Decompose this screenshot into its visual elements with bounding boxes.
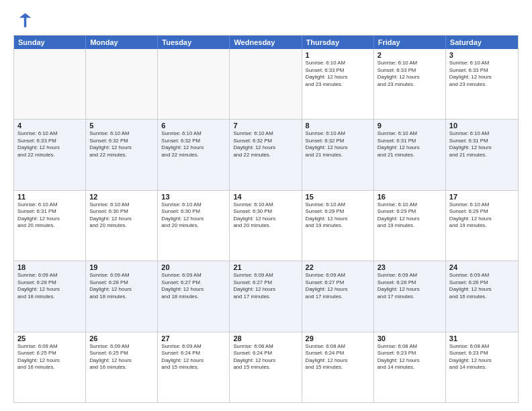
calendar-cell-4-5: 22Sunrise: 6:09 AM Sunset: 6:27 PM Dayli… <box>302 261 374 331</box>
day-number: 6 <box>161 122 226 130</box>
calendar-cell-5-5: 29Sunrise: 6:08 AM Sunset: 6:24 PM Dayli… <box>302 332 374 402</box>
day-number: 1 <box>306 51 370 59</box>
svg-marker-0 <box>19 13 32 28</box>
calendar-header: SundayMondayTuesdayWednesdayThursdayFrid… <box>14 36 518 49</box>
day-info: Sunrise: 6:09 AM Sunset: 6:26 PM Dayligh… <box>378 272 442 300</box>
day-number: 22 <box>306 263 370 271</box>
calendar-body: 1Sunrise: 6:10 AM Sunset: 6:33 PM Daylig… <box>14 49 518 402</box>
calendar-cell-2-5: 8Sunrise: 6:10 AM Sunset: 6:32 PM Daylig… <box>302 120 374 189</box>
day-info: Sunrise: 6:09 AM Sunset: 6:28 PM Dayligh… <box>17 272 82 300</box>
calendar-row-5: 25Sunrise: 6:09 AM Sunset: 6:25 PM Dayli… <box>14 332 518 402</box>
day-info: Sunrise: 6:10 AM Sunset: 6:31 PM Dayligh… <box>378 130 442 158</box>
logo-icon <box>13 11 32 30</box>
calendar-cell-3-3: 13Sunrise: 6:10 AM Sunset: 6:30 PM Dayli… <box>158 191 230 261</box>
calendar-cell-4-7: 24Sunrise: 6:09 AM Sunset: 6:26 PM Dayli… <box>446 261 518 331</box>
day-info: Sunrise: 6:09 AM Sunset: 6:25 PM Dayligh… <box>17 343 82 371</box>
day-number: 31 <box>449 334 515 342</box>
calendar-cell-1-1 <box>14 49 86 119</box>
day-number: 19 <box>89 263 154 271</box>
day-number: 26 <box>89 334 154 342</box>
header-cell-thursday: Thursday <box>302 36 374 49</box>
day-number: 12 <box>89 193 154 201</box>
calendar-cell-5-6: 30Sunrise: 6:08 AM Sunset: 6:23 PM Dayli… <box>374 332 446 402</box>
day-number: 9 <box>378 122 442 130</box>
calendar-cell-4-6: 23Sunrise: 6:09 AM Sunset: 6:26 PM Dayli… <box>374 261 446 331</box>
header-cell-sunday: Sunday <box>14 36 86 49</box>
day-info: Sunrise: 6:10 AM Sunset: 6:31 PM Dayligh… <box>449 130 515 158</box>
day-number: 7 <box>233 122 298 130</box>
calendar-cell-3-1: 11Sunrise: 6:10 AM Sunset: 6:31 PM Dayli… <box>14 191 86 261</box>
day-number: 18 <box>17 263 82 271</box>
day-number: 3 <box>449 51 515 59</box>
calendar-cell-1-3 <box>158 49 230 119</box>
calendar-cell-5-2: 26Sunrise: 6:09 AM Sunset: 6:25 PM Dayli… <box>86 332 158 402</box>
day-info: Sunrise: 6:10 AM Sunset: 6:32 PM Dayligh… <box>233 130 298 158</box>
calendar-row-1: 1Sunrise: 6:10 AM Sunset: 6:33 PM Daylig… <box>14 49 518 119</box>
calendar-cell-4-4: 21Sunrise: 6:09 AM Sunset: 6:27 PM Dayli… <box>230 261 302 331</box>
day-number: 29 <box>306 334 370 342</box>
day-info: Sunrise: 6:10 AM Sunset: 6:30 PM Dayligh… <box>161 201 226 230</box>
day-number: 2 <box>378 51 442 59</box>
calendar-cell-5-1: 25Sunrise: 6:09 AM Sunset: 6:25 PM Dayli… <box>14 332 86 402</box>
calendar-cell-4-3: 20Sunrise: 6:09 AM Sunset: 6:27 PM Dayli… <box>158 261 230 331</box>
day-number: 16 <box>378 193 442 201</box>
day-info: Sunrise: 6:10 AM Sunset: 6:32 PM Dayligh… <box>89 130 154 158</box>
header-cell-wednesday: Wednesday <box>230 36 302 49</box>
day-info: Sunrise: 6:10 AM Sunset: 6:32 PM Dayligh… <box>161 130 226 158</box>
day-info: Sunrise: 6:10 AM Sunset: 6:29 PM Dayligh… <box>378 201 442 230</box>
header-cell-tuesday: Tuesday <box>158 36 230 49</box>
day-number: 25 <box>17 334 82 342</box>
calendar-cell-3-5: 15Sunrise: 6:10 AM Sunset: 6:29 PM Dayli… <box>302 191 374 261</box>
page: SundayMondayTuesdayWednesdayThursdayFrid… <box>0 0 532 411</box>
calendar-cell-5-4: 28Sunrise: 6:08 AM Sunset: 6:24 PM Dayli… <box>230 332 302 402</box>
calendar-cell-5-3: 27Sunrise: 6:09 AM Sunset: 6:24 PM Dayli… <box>158 332 230 402</box>
day-info: Sunrise: 6:09 AM Sunset: 6:27 PM Dayligh… <box>233 272 298 300</box>
day-number: 21 <box>233 263 298 271</box>
calendar-cell-4-1: 18Sunrise: 6:09 AM Sunset: 6:28 PM Dayli… <box>14 261 86 331</box>
day-info: Sunrise: 6:08 AM Sunset: 6:24 PM Dayligh… <box>233 343 298 371</box>
day-number: 8 <box>306 122 370 130</box>
day-number: 11 <box>17 193 82 201</box>
calendar-cell-3-7: 17Sunrise: 6:10 AM Sunset: 6:29 PM Dayli… <box>446 191 518 261</box>
day-number: 23 <box>378 263 442 271</box>
day-info: Sunrise: 6:09 AM Sunset: 6:26 PM Dayligh… <box>449 272 515 300</box>
calendar-cell-4-2: 19Sunrise: 6:09 AM Sunset: 6:28 PM Dayli… <box>86 261 158 331</box>
calendar-cell-1-4 <box>230 49 302 119</box>
day-info: Sunrise: 6:08 AM Sunset: 6:23 PM Dayligh… <box>378 343 442 371</box>
day-info: Sunrise: 6:10 AM Sunset: 6:29 PM Dayligh… <box>306 201 370 230</box>
day-info: Sunrise: 6:09 AM Sunset: 6:27 PM Dayligh… <box>161 272 226 300</box>
logo <box>13 11 35 30</box>
day-number: 10 <box>449 122 515 130</box>
day-info: Sunrise: 6:08 AM Sunset: 6:24 PM Dayligh… <box>306 343 370 371</box>
day-number: 14 <box>233 193 298 201</box>
header-cell-saturday: Saturday <box>446 36 518 49</box>
calendar-cell-2-6: 9Sunrise: 6:10 AM Sunset: 6:31 PM Daylig… <box>374 120 446 189</box>
day-info: Sunrise: 6:10 AM Sunset: 6:30 PM Dayligh… <box>233 201 298 230</box>
calendar-cell-2-1: 4Sunrise: 6:10 AM Sunset: 6:33 PM Daylig… <box>14 120 86 189</box>
calendar-cell-2-4: 7Sunrise: 6:10 AM Sunset: 6:32 PM Daylig… <box>230 120 302 189</box>
day-info: Sunrise: 6:09 AM Sunset: 6:27 PM Dayligh… <box>306 272 370 300</box>
calendar-cell-3-2: 12Sunrise: 6:10 AM Sunset: 6:30 PM Dayli… <box>86 191 158 261</box>
day-info: Sunrise: 6:09 AM Sunset: 6:25 PM Dayligh… <box>89 343 154 371</box>
day-info: Sunrise: 6:10 AM Sunset: 6:30 PM Dayligh… <box>89 201 154 230</box>
header-cell-friday: Friday <box>374 36 446 49</box>
day-number: 13 <box>161 193 226 201</box>
day-number: 4 <box>17 122 82 130</box>
day-number: 28 <box>233 334 298 342</box>
day-info: Sunrise: 6:10 AM Sunset: 6:33 PM Dayligh… <box>378 60 442 88</box>
day-info: Sunrise: 6:09 AM Sunset: 6:24 PM Dayligh… <box>161 343 226 371</box>
header <box>13 11 519 30</box>
day-info: Sunrise: 6:08 AM Sunset: 6:23 PM Dayligh… <box>449 343 515 371</box>
day-number: 24 <box>449 263 515 271</box>
day-info: Sunrise: 6:10 AM Sunset: 6:33 PM Dayligh… <box>17 130 82 158</box>
calendar-cell-1-7: 3Sunrise: 6:10 AM Sunset: 6:33 PM Daylig… <box>446 49 518 119</box>
calendar-row-3: 11Sunrise: 6:10 AM Sunset: 6:31 PM Dayli… <box>14 190 518 261</box>
calendar-cell-3-6: 16Sunrise: 6:10 AM Sunset: 6:29 PM Dayli… <box>374 191 446 261</box>
calendar-row-4: 18Sunrise: 6:09 AM Sunset: 6:28 PM Dayli… <box>14 261 518 331</box>
day-info: Sunrise: 6:10 AM Sunset: 6:32 PM Dayligh… <box>306 130 370 158</box>
calendar-cell-1-6: 2Sunrise: 6:10 AM Sunset: 6:33 PM Daylig… <box>374 49 446 119</box>
calendar-row-2: 4Sunrise: 6:10 AM Sunset: 6:33 PM Daylig… <box>14 119 518 189</box>
day-info: Sunrise: 6:10 AM Sunset: 6:33 PM Dayligh… <box>449 60 515 88</box>
day-number: 30 <box>378 334 442 342</box>
calendar-cell-2-3: 6Sunrise: 6:10 AM Sunset: 6:32 PM Daylig… <box>158 120 230 189</box>
